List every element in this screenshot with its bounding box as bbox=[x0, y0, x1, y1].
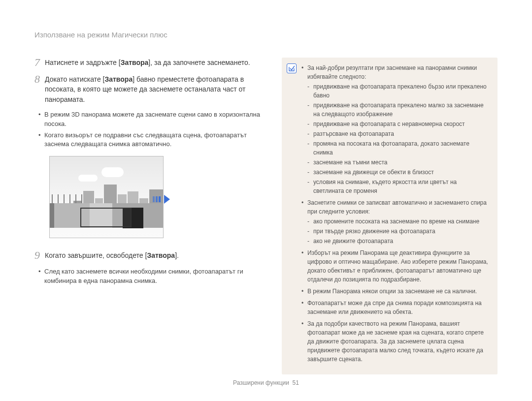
note-sub-item: ако промените посоката на заснемане по в… bbox=[307, 217, 489, 226]
step-bold: Затвора bbox=[147, 251, 175, 259]
footer-page: 51 bbox=[293, 379, 299, 386]
step-number: 9 bbox=[34, 249, 40, 261]
sub-item: В режим 3D панорама можете да заснемате … bbox=[44, 110, 266, 129]
footer-section: Разширени функции bbox=[233, 379, 289, 386]
left-column: 7 Натиснете и задръжте [Затвора], за да … bbox=[34, 58, 266, 374]
step-9: 9 Когато завършите, освободете [Затвора]… bbox=[34, 250, 266, 261]
step-post: ]. bbox=[175, 251, 179, 259]
note-item: Изборът на режим Панорама ще деактивира … bbox=[301, 248, 489, 284]
step-7: 7 Натиснете и задръжте [Затвора], за да … bbox=[34, 58, 266, 68]
arrow-right-icon bbox=[164, 195, 170, 204]
note-text: За най-добри резултати при заснемане на … bbox=[307, 64, 477, 80]
note-sub-item: разтърсване на фотоапарата bbox=[307, 129, 489, 138]
right-column: За най-добри резултати при заснемане на … bbox=[282, 58, 498, 374]
step-8: 8 Докато натискате [Затвора] бавно преме… bbox=[34, 74, 266, 104]
page-header: Използване на режим Магически плюс bbox=[34, 30, 498, 40]
note-item: За най-добри резултати при заснемане на … bbox=[301, 63, 489, 195]
note-sub-item: промяна на посоката на фотоапарата, дока… bbox=[307, 139, 489, 157]
note-sub-item: при твърде рязко движение на фотоапарата bbox=[307, 227, 489, 236]
note-item: За да подобри качеството на режим Панора… bbox=[301, 319, 489, 364]
step-text: Когато завършите, освободете [Затвора]. bbox=[45, 250, 179, 261]
note-sub-item: придвижване на фотоапарата прекалено бър… bbox=[307, 82, 489, 100]
note-item: В режим Панорама някои опции за заснеман… bbox=[301, 287, 489, 296]
step-bold: Затвора bbox=[104, 75, 133, 83]
step-pre: Когато завършите, освободете [ bbox=[45, 251, 147, 259]
note-item: Фотоапаратът може да спре да снима порад… bbox=[301, 299, 489, 316]
note-item: Заснетите снимки се записват автоматично… bbox=[301, 198, 489, 246]
panorama-illustration bbox=[49, 156, 164, 238]
step-pre: Докато натискате [ bbox=[45, 75, 104, 83]
step-number: 7 bbox=[34, 57, 40, 68]
note-sub-item: условия на снимане, където яркостта или … bbox=[307, 178, 489, 195]
step-bold: Затвора bbox=[121, 59, 149, 66]
step-pre: Натиснете и задръжте [ bbox=[45, 59, 121, 66]
note-sub-item: заснемане на движещи се обекти в близост bbox=[307, 168, 489, 177]
sub-item: След като заснемете всички необходими сн… bbox=[44, 267, 266, 286]
step-post: ], за да започнете заснемането. bbox=[148, 59, 250, 66]
page-footer: Разширени функции 51 bbox=[0, 379, 532, 387]
note-sub-item: придвижване на фотоапарата с неравномерн… bbox=[307, 120, 489, 128]
step-number: 8 bbox=[34, 73, 40, 104]
note-sub-item: ако не движите фотоапарата bbox=[307, 237, 489, 246]
step-text: Докато натискате [Затвора] бавно премест… bbox=[45, 74, 266, 104]
note-icon bbox=[287, 63, 297, 73]
note-text: Заснетите снимки се записват автоматично… bbox=[307, 199, 487, 215]
step-9-sublist: След като заснемете всички необходими сн… bbox=[34, 267, 266, 286]
note-sub-item: придвижване на фотоапарата прекалено мал… bbox=[307, 101, 489, 119]
note-box: За най-добри резултати при заснемане на … bbox=[282, 58, 498, 374]
step-8-sublist: В режим 3D панорама можете да заснемате … bbox=[34, 110, 266, 149]
sub-item: Когато визьорът се подравни със следваща… bbox=[44, 131, 266, 150]
motion-arrow-icon bbox=[153, 196, 161, 202]
note-sub-item: заснемане на тъмни места bbox=[307, 158, 489, 167]
step-text: Натиснете и задръжте [Затвора], за да за… bbox=[45, 58, 250, 68]
